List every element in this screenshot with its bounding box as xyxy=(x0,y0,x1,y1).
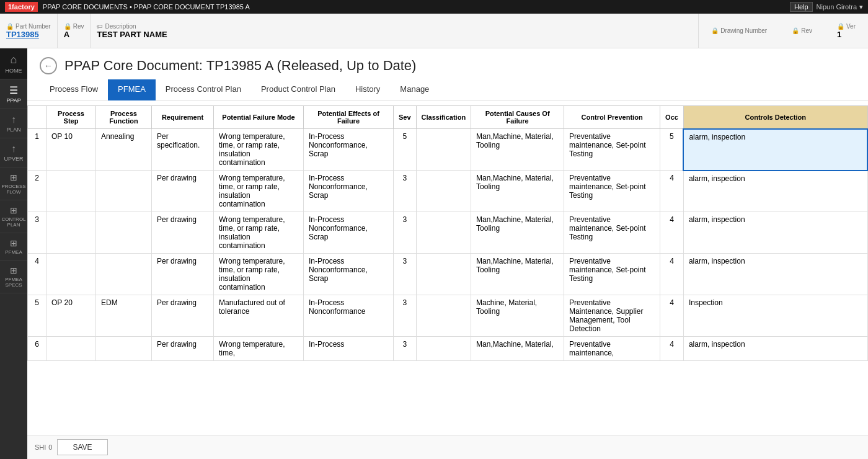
cell-process-step[interactable]: OP 20 xyxy=(46,295,96,337)
cell-control-prevention[interactable]: Preventative maintenance, Set-point Test… xyxy=(564,129,660,171)
back-button[interactable]: ← xyxy=(40,57,57,74)
cell-classification[interactable] xyxy=(416,337,471,361)
cell-failure-mode[interactable]: Wrong temperature, time, xyxy=(214,337,304,361)
cell-failure-mode[interactable]: Wrong temperature, time, or ramp rate, i… xyxy=(214,254,304,295)
cell-process-function[interactable]: Annealing xyxy=(96,129,152,171)
cell-occ[interactable]: 4 xyxy=(660,295,684,337)
cell-controls-detection[interactable]: Inspection xyxy=(683,295,867,337)
rev-value: A xyxy=(64,30,84,39)
cell-control-prevention[interactable]: Preventative Maintenance, Supplier Manag… xyxy=(564,295,660,337)
cell-causes[interactable]: Man,Machine, Material, Tooling xyxy=(471,212,564,254)
cell-causes[interactable]: Man,Machine, Material, Tooling xyxy=(471,254,564,295)
cell-requirement[interactable]: Per drawing xyxy=(152,254,214,295)
cell-occ[interactable]: 4 xyxy=(660,212,684,254)
cell-requirement[interactable]: Per specification. xyxy=(152,129,214,171)
sidebar-item-pfmea-specs[interactable]: ⊞ PFMEASPECS xyxy=(0,261,27,293)
sidebar-item-ppap[interactable]: ☰ PPAP xyxy=(0,79,27,109)
cell-sev[interactable]: 3 xyxy=(394,254,417,295)
cell-process-step[interactable] xyxy=(46,212,96,254)
cell-sev[interactable]: 5 xyxy=(394,129,417,171)
cell-process-step[interactable]: OP 10 xyxy=(46,129,96,171)
table-row[interactable]: 2Per drawingWrong temperature, time, or … xyxy=(28,171,868,212)
cell-occ[interactable]: 4 xyxy=(660,171,684,212)
cell-control-prevention[interactable]: Preventative maintenance, xyxy=(564,337,660,361)
cell-failure-mode[interactable]: Manufactured out of tolerance xyxy=(214,295,304,337)
tab-process-flow[interactable]: Process Flow xyxy=(40,79,108,100)
cell-controls-detection[interactable]: alarm, inspection xyxy=(683,129,867,171)
cell-process-function[interactable] xyxy=(96,337,152,361)
cell-causes[interactable]: Man,Machine, Material, Tooling xyxy=(471,171,564,212)
cell-control-prevention[interactable]: Preventative maintenance, Set-point Test… xyxy=(564,171,660,212)
cell-failure-mode[interactable]: Wrong temperature, time, or ramp rate, i… xyxy=(214,129,304,171)
cell-num[interactable]: 2 xyxy=(28,171,46,212)
table-row[interactable]: 6Per drawingWrong temperature, time,In-P… xyxy=(28,337,868,361)
cell-num[interactable]: 1 xyxy=(28,129,46,171)
sidebar-item-plan[interactable]: ↑ PLAN xyxy=(0,109,27,138)
cell-controls-detection[interactable]: alarm, inspection xyxy=(683,254,867,295)
cell-sev[interactable]: 3 xyxy=(394,212,417,254)
cell-control-prevention[interactable]: Preventative maintenance, Set-point Test… xyxy=(564,254,660,295)
save-button[interactable]: SAVE xyxy=(57,439,107,455)
cell-requirement[interactable]: Per drawing xyxy=(152,337,214,361)
cell-num[interactable]: 4 xyxy=(28,254,46,295)
cell-process-function[interactable]: EDM xyxy=(96,295,152,337)
table-row[interactable]: 1OP 10AnnealingPer specification.Wrong t… xyxy=(28,129,868,171)
cell-causes[interactable]: Man,Machine, Material, xyxy=(471,337,564,361)
table-row[interactable]: 5OP 20EDMPer drawingManufactured out of … xyxy=(28,295,868,337)
tab-process-control-plan[interactable]: Process Control Plan xyxy=(156,79,251,100)
cell-classification[interactable] xyxy=(416,171,471,212)
cell-process-function[interactable] xyxy=(96,212,152,254)
cell-failure-mode[interactable]: Wrong temperature, time, or ramp rate, i… xyxy=(214,212,304,254)
cell-requirement[interactable]: Per drawing xyxy=(152,171,214,212)
cell-classification[interactable] xyxy=(416,254,471,295)
cell-process-function[interactable] xyxy=(96,254,152,295)
cell-occ[interactable]: 4 xyxy=(660,254,684,295)
table-row[interactable]: 3Per drawingWrong temperature, time, or … xyxy=(28,212,868,254)
cell-process-function[interactable] xyxy=(96,171,152,212)
cell-effects[interactable]: In-Process xyxy=(304,337,394,361)
tab-product-control-plan[interactable]: Product Control Plan xyxy=(251,79,345,100)
cell-classification[interactable] xyxy=(416,212,471,254)
cell-causes[interactable]: Machine, Material, Tooling xyxy=(471,295,564,337)
cell-sev[interactable]: 3 xyxy=(394,337,417,361)
sidebar-item-home[interactable]: ⌂ HOME xyxy=(0,48,27,79)
cell-effects[interactable]: In-Process Nonconformance xyxy=(304,295,394,337)
cell-causes[interactable]: Man,Machine, Material, Tooling xyxy=(471,129,564,171)
cell-requirement[interactable]: Per drawing xyxy=(152,295,214,337)
cell-process-step[interactable] xyxy=(46,254,96,295)
cell-requirement[interactable]: Per drawing xyxy=(152,212,214,254)
table-container[interactable]: Process Step Process Function Requiremen… xyxy=(27,105,868,435)
table-row[interactable]: 4Per drawingWrong temperature, time, or … xyxy=(28,254,868,295)
cell-controls-detection[interactable]: alarm, inspection xyxy=(683,171,867,212)
sidebar-item-control-plan[interactable]: ⊞ CONTROLPLAN xyxy=(0,200,27,233)
cell-controls-detection[interactable]: alarm, inspection xyxy=(683,337,867,361)
cell-classification[interactable] xyxy=(416,129,471,171)
tab-manage[interactable]: Manage xyxy=(390,79,439,100)
cell-controls-detection[interactable]: alarm, inspection xyxy=(683,212,867,254)
cell-process-step[interactable] xyxy=(46,337,96,361)
cell-occ[interactable]: 5 xyxy=(660,129,684,171)
rev-label: 🔒Rev xyxy=(64,23,84,30)
cell-effects[interactable]: In-Process Nonconformance, Scrap xyxy=(304,254,394,295)
cell-failure-mode[interactable]: Wrong temperature, time, or ramp rate, i… xyxy=(214,171,304,212)
cell-num[interactable]: 6 xyxy=(28,337,46,361)
tab-pfmea[interactable]: PFMEA xyxy=(108,79,156,100)
part-number-value[interactable]: TP13985 xyxy=(6,30,51,39)
cell-process-step[interactable] xyxy=(46,171,96,212)
user-chevron-icon[interactable]: ▾ xyxy=(859,3,863,11)
cell-effects[interactable]: In-Process Nonconformance, Scrap xyxy=(304,171,394,212)
cell-control-prevention[interactable]: Preventative maintenance, Set-point Test… xyxy=(564,212,660,254)
cell-num[interactable]: 5 xyxy=(28,295,46,337)
cell-effects[interactable]: In-Process Nonconformance, Scrap xyxy=(304,129,394,171)
tab-history[interactable]: History xyxy=(345,79,390,100)
cell-sev[interactable]: 3 xyxy=(394,295,417,337)
cell-occ[interactable]: 4 xyxy=(660,337,684,361)
sidebar-item-pfmea[interactable]: ⊞ PFMEA xyxy=(0,233,27,261)
cell-sev[interactable]: 3 xyxy=(394,171,417,212)
cell-num[interactable]: 3 xyxy=(28,212,46,254)
sidebar-item-upver[interactable]: ↑ UPVER xyxy=(0,138,27,167)
sidebar-item-process-flow[interactable]: ⊞ PROCESSFLOW xyxy=(0,167,27,200)
help-button[interactable]: Help xyxy=(790,2,813,12)
cell-classification[interactable] xyxy=(416,295,471,337)
cell-effects[interactable]: In-Process Nonconformance, Scrap xyxy=(304,212,394,254)
